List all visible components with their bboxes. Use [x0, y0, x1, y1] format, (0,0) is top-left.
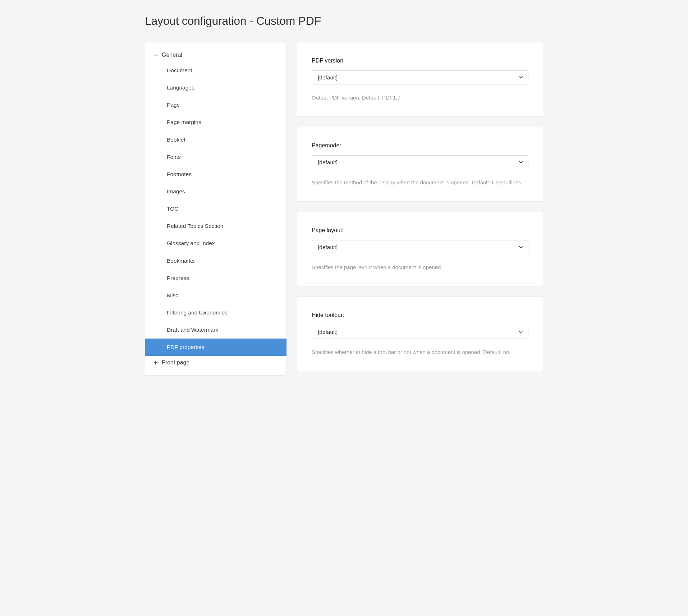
field-label: PDF version: [312, 58, 528, 64]
help-text: Specifies whether to hide a tool bar or … [312, 348, 528, 356]
tree-item[interactable]: Glossary and Index [145, 235, 286, 252]
tree-item-label: Fonts [167, 153, 181, 161]
tree-item[interactable]: Draft and Watermark [145, 321, 286, 339]
field-label: Page layout: [312, 227, 528, 234]
tree-group-label: Front page [162, 359, 189, 366]
collapse-icon [153, 52, 159, 58]
tree-item-label: Page margins [167, 119, 201, 126]
tree-item[interactable]: TOC [145, 200, 286, 217]
help-text: Output PDF version. Default: PDF1.7. [312, 94, 528, 101]
field-label: Pagemode: [312, 142, 528, 149]
tree-item-label: Glossary and Index [167, 240, 215, 247]
tree-item[interactable]: Footnotes [145, 166, 286, 183]
field-label: Hide toolbar: [312, 312, 528, 318]
sidebar: GeneralDocumentLanguagesPagePage margins… [145, 42, 287, 376]
tree-item[interactable]: Filtering and taxonomies [145, 304, 286, 321]
tree-item-label: Booklet [167, 136, 185, 143]
svg-rect-2 [155, 361, 156, 365]
pdf-version-select[interactable]: [default] [312, 70, 528, 84]
hide-toolbar-select[interactable]: [default] [312, 325, 528, 339]
page-layout-select[interactable]: [default] [312, 240, 528, 254]
tree-item-label: Prepress [167, 275, 189, 282]
tree-group-header[interactable]: General [145, 48, 286, 62]
tree-item-label: Draft and Watermark [167, 326, 218, 334]
tree-item-label: Bookmarks [167, 257, 195, 265]
form-card-hide-toolbar: Hide toolbar:[default]Specifies whether … [297, 296, 543, 371]
tree-item-label: TOC [167, 205, 178, 212]
form-card-pagemode: Pagemode:[default]Specifies the method o… [297, 127, 543, 202]
main-content: PDF version:[default]Output PDF version.… [297, 42, 543, 371]
pagemode-select[interactable]: [default] [312, 155, 528, 169]
tree-item-label: Misc [167, 292, 178, 299]
tree-item[interactable]: Bookmarks [145, 252, 286, 270]
tree-item-label: Related Topics Section [167, 222, 223, 230]
help-text: Specifies the method of the display when… [312, 179, 528, 186]
tree-item-label: Languages [167, 84, 194, 91]
tree-group-label: General [162, 52, 182, 58]
tree-item[interactable]: Document [145, 62, 286, 79]
tree-item[interactable]: Page [145, 96, 286, 114]
expand-icon [153, 360, 159, 365]
tree-item-label: Images [167, 188, 185, 195]
tree-item[interactable]: Prepress [145, 270, 286, 287]
tree-item-label: Page [167, 101, 180, 109]
tree-item[interactable]: Related Topics Section [145, 217, 286, 235]
help-text: Specifies the page layout when a documen… [312, 263, 528, 271]
tree-item-label: Document [167, 67, 192, 74]
tree-item[interactable]: PDF properties [145, 339, 286, 356]
tree-item-label: Filtering and taxonomies [167, 309, 228, 316]
form-card-pdf-version: PDF version:[default]Output PDF version.… [297, 42, 543, 117]
tree-item[interactable]: Booklet [145, 131, 286, 148]
form-card-page-layout: Page layout:[default]Specifies the page … [297, 212, 543, 286]
tree-item-label: PDF properties [167, 344, 204, 351]
svg-rect-0 [154, 55, 158, 55]
tree-item[interactable]: Images [145, 183, 286, 200]
page-title: Layout configuration - Custom PDF [145, 14, 543, 28]
tree-item[interactable]: Page margins [145, 114, 286, 131]
tree-item[interactable]: Languages [145, 79, 286, 96]
tree-item-label: Footnotes [167, 171, 192, 178]
tree-item[interactable]: Misc [145, 287, 286, 304]
tree-item[interactable]: Fonts [145, 148, 286, 166]
tree-group-header[interactable]: Front page [145, 356, 286, 369]
